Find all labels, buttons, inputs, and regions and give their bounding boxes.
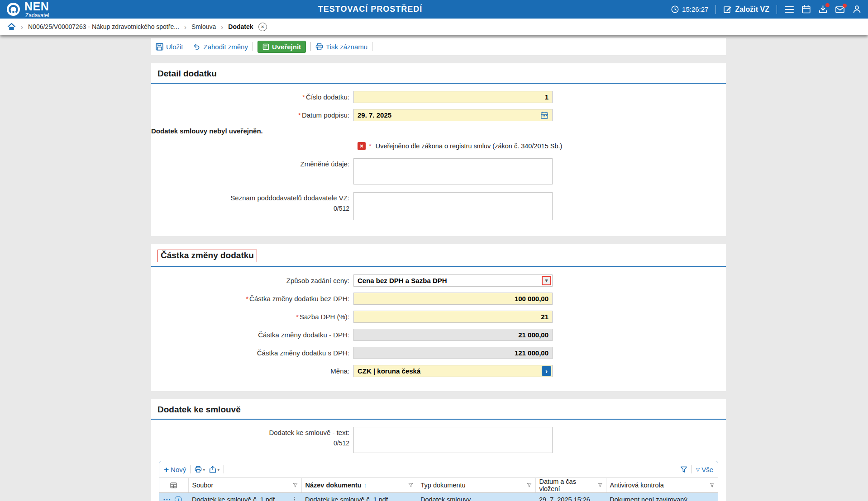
seznam-poddodavatelu-textarea[interactable]	[353, 192, 553, 220]
column-header-soubor[interactable]: Soubor	[188, 478, 301, 493]
cell-antivir[interactable]: Dokument není zavirovaný	[606, 493, 718, 501]
column-filter-icon[interactable]	[293, 483, 298, 487]
field-label-dph: Částka změny dodatku - DPH:	[151, 331, 353, 340]
nen-logo-icon	[6, 2, 20, 16]
row-menu-icon[interactable]: ⋯	[163, 496, 171, 501]
view-all-button[interactable]: ▽ Vše	[696, 466, 713, 473]
registry-law-label: Uveřejněno dle zákona o registru smluv (…	[376, 142, 563, 150]
grid-toolbar-divider	[692, 465, 692, 473]
field-label-sazba: *Sazba DPH (%):	[151, 312, 353, 321]
toolbar-divider	[253, 42, 253, 51]
required-mark: *	[369, 142, 372, 150]
column-header-nazev[interactable]: Název dokumentu ↑	[301, 478, 417, 493]
row-selector-header[interactable]	[159, 478, 188, 493]
cell-nazev[interactable]: Dodatek ke smlouvě č. 1.pdf	[301, 493, 417, 501]
save-label: Uložit	[166, 43, 183, 51]
required-mark: *	[302, 93, 305, 101]
column-header-typ[interactable]: Typ dokumentu	[417, 478, 535, 493]
column-filter-icon[interactable]	[408, 483, 413, 487]
grid-export-button[interactable]: ▾	[209, 466, 219, 473]
column-filter-icon[interactable]	[710, 483, 715, 487]
cislo-dodatku-input[interactable]: 1	[353, 91, 553, 103]
table-icon	[170, 482, 177, 488]
grid-toolbar-divider	[190, 465, 191, 473]
cell-datum[interactable]: 29. 7. 2025 15:26	[535, 493, 606, 501]
save-button[interactable]: Uložit	[156, 43, 183, 51]
create-vz-button[interactable]: Založit VZ	[723, 5, 769, 14]
field-label-zpusob: Způsob zadání ceny:	[151, 276, 353, 285]
castka-dph-readonly: 21 000,00	[353, 329, 553, 341]
column-filter-icon[interactable]	[527, 483, 532, 487]
dropdown-arrow-icon[interactable]: ▾	[542, 276, 551, 285]
create-vz-label: Založit VZ	[735, 5, 769, 14]
chevron-down-icon: ▽	[696, 467, 700, 473]
documents-grid: + Nový ▾	[159, 461, 718, 501]
datepicker-icon[interactable]	[540, 111, 548, 119]
required-mark: *	[246, 295, 248, 302]
dodatek-text-textarea[interactable]	[353, 427, 553, 453]
required-mark: *	[298, 111, 301, 119]
home-icon[interactable]	[7, 23, 16, 31]
sort-asc-icon[interactable]: ↑	[364, 482, 367, 489]
printer-icon	[315, 43, 323, 51]
breadcrumb-smlouva[interactable]: Smlouva	[191, 23, 216, 30]
column-header-antivir[interactable]: Antivirová kontrola	[606, 478, 718, 493]
nen-home-link[interactable]: NEN Zadavatel	[6, 1, 49, 18]
print-record-button[interactable]: Tisk záznamu	[315, 43, 367, 51]
zmenene-udaje-textarea[interactable]	[353, 158, 553, 184]
calendar-icon[interactable]	[801, 5, 811, 14]
breadcrumb-contract[interactable]: N006/25/V00007263 - Nákup zdravotnického…	[28, 23, 179, 30]
section-title: Detail dodatku	[151, 63, 726, 84]
new-document-button[interactable]: + Nový	[164, 465, 186, 474]
chevron-down-icon: ▾	[217, 467, 219, 472]
mena-picker[interactable]: CZK | koruna česká ›	[353, 365, 553, 377]
table-row[interactable]: ⋯ i Dodatek ke smlouvě č. 1.pdf ⋮	[159, 493, 718, 501]
field-label-dodatek-text: Dodatek ke smlouvě - text: 0/512	[151, 427, 353, 447]
toolbar-divider	[372, 42, 372, 51]
messages-badge	[843, 4, 847, 8]
column-header-datum[interactable]: Datum a čas vložení	[535, 478, 606, 493]
field-label-datum: *Datum podpisu:	[151, 111, 353, 120]
downloads-badge	[825, 3, 830, 7]
field-label-seznam: Seznam poddodavatelů dodavatele VZ: 0/51…	[151, 192, 353, 213]
menu-icon[interactable]	[784, 5, 794, 14]
cell-typ[interactable]: Dodatek smlouvy	[417, 493, 535, 501]
publish-label: Uveřejnit	[272, 43, 301, 51]
error-x-icon[interactable]: ✕	[358, 142, 366, 150]
info-icon[interactable]: i	[175, 496, 182, 501]
breadcrumb-separator: ›	[184, 23, 186, 31]
chevron-down-icon: ▾	[203, 467, 205, 472]
cell-soubor[interactable]: Dodatek ke smlouvě č. 1.pdf ⋮	[188, 493, 301, 501]
column-filter-icon[interactable]	[598, 483, 602, 487]
record-panel: Uložit Zahodit změny Uveřejnit	[151, 38, 726, 501]
breadcrumb-separator: ›	[221, 23, 223, 31]
castka-bez-dph-input[interactable]: 100 000,00	[353, 293, 553, 305]
toolbar-divider	[310, 42, 311, 51]
publish-icon	[262, 43, 269, 50]
zpusob-zadani-ceny-select[interactable]: Cena bez DPH a Sazba DPH ▾	[353, 274, 553, 287]
print-label: Tisk záznamu	[326, 43, 367, 51]
sazba-dph-input[interactable]: 21	[353, 311, 553, 323]
not-published-note: Dodatek smlouvy nebyl uveřejněn.	[151, 127, 726, 135]
datum-podpisu-input[interactable]: 29. 7. 2025	[353, 109, 553, 121]
row-tools-cell: ⋯ i	[159, 493, 188, 501]
messages-button[interactable]	[835, 5, 845, 14]
filter-icon[interactable]	[680, 466, 687, 473]
field-label-mena: Měna:	[151, 367, 353, 376]
publish-button[interactable]: Uveřejnit	[258, 41, 306, 53]
downloads-button[interactable]	[818, 5, 828, 14]
section-title-error-frame: Částka změny dodatku	[157, 250, 257, 262]
grid-print-button[interactable]: ▾	[195, 466, 205, 473]
user-icon[interactable]	[852, 5, 862, 14]
discard-changes-button[interactable]: Zahodit změny	[193, 43, 248, 51]
topbar-divider	[715, 5, 716, 14]
new-label: Nový	[171, 466, 186, 473]
close-record-icon[interactable]: ✕	[258, 23, 267, 31]
topbar-divider	[777, 5, 777, 14]
kebab-menu-icon[interactable]: ⋮	[291, 496, 298, 501]
printer-icon	[195, 466, 202, 473]
field-label-bez-dph: *Částka změny dodatku bez DPH:	[151, 294, 353, 303]
open-picker-icon[interactable]: ›	[542, 366, 551, 376]
section-castka-zmeny: Částka změny dodatku Způsob zadání ceny:…	[151, 244, 726, 391]
save-icon	[156, 43, 163, 51]
